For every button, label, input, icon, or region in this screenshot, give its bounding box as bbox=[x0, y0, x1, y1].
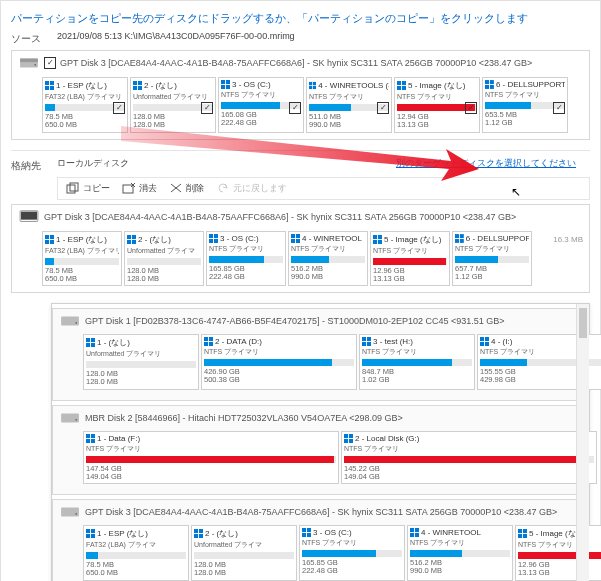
partition-tile[interactable]: 1 - ESP (なし) FAT32 (LBA) プライマリ ✓ 78.5 MB… bbox=[42, 77, 128, 133]
delete-button[interactable]: 削除 bbox=[169, 182, 204, 195]
svg-rect-79 bbox=[61, 413, 79, 422]
svg-rect-5 bbox=[45, 86, 49, 90]
partition-sizes: 516.2 MB990.0 MB bbox=[410, 559, 510, 576]
svg-rect-91 bbox=[86, 529, 90, 533]
clear-button[interactable]: 消去 bbox=[122, 182, 157, 195]
windows-icon bbox=[194, 529, 203, 538]
partition-name: 4 - WINRETOOL bbox=[302, 234, 362, 243]
partition-checkbox[interactable]: ✓ bbox=[377, 102, 389, 114]
partition-tile[interactable]: 3 - OS (C:) NTFS プライマリ ✓ 165.08 GB222.48… bbox=[218, 77, 304, 133]
usage-bar bbox=[86, 552, 186, 559]
source-select-all[interactable]: ✓ bbox=[44, 57, 56, 69]
partition-type: NTFS プライマリ bbox=[209, 244, 283, 254]
disk-entry[interactable]: GPT Disk 3 [DCAE84A4-4AAC-4A1B-B4A8-75AA… bbox=[52, 499, 589, 581]
partition-type: NTFS プライマリ bbox=[410, 538, 510, 548]
partition-tile[interactable]: 1 - ESP (なし) FAT32 (LBA) プライマリ 78.5 MB65… bbox=[42, 231, 122, 287]
disk-entry-title: GPT Disk 3 [DCAE84A4-4AAC-4A1B-B4A8-75AA… bbox=[85, 507, 557, 517]
partition-sizes: 128.0 MB128.0 MB bbox=[127, 267, 201, 284]
disk-list-popup: GPT Disk 1 [FD02B378-13C6-4747-AB66-B5F4… bbox=[51, 303, 590, 581]
usage-bar bbox=[302, 550, 402, 557]
usage-bar bbox=[455, 256, 529, 263]
partition-tile[interactable]: 2 - (なし) Unformatted プライマリ ✓ 128.0 MB128… bbox=[130, 77, 216, 133]
partition-tile[interactable]: 3 - test (H:) NTFS プライマリ 848.7 MB1.02 GB bbox=[359, 334, 475, 390]
svg-rect-50 bbox=[296, 234, 300, 238]
svg-rect-60 bbox=[460, 238, 464, 242]
disk-icon bbox=[59, 504, 81, 520]
partition-checkbox[interactable]: ✓ bbox=[553, 102, 565, 114]
usage-bar bbox=[209, 256, 283, 263]
partition-tile[interactable]: 2 - Local Disk (G:) NTFS プライマリ 145.22 GB… bbox=[341, 431, 597, 485]
svg-rect-107 bbox=[518, 529, 522, 533]
svg-rect-26 bbox=[490, 85, 494, 89]
svg-rect-11 bbox=[221, 80, 225, 84]
partition-name: 1 - ESP (なし) bbox=[56, 234, 107, 245]
partition-tile[interactable]: 5 - Image (なし) NTFS プライマリ 12.96 GB13.13 … bbox=[370, 231, 450, 287]
svg-rect-56 bbox=[378, 239, 382, 243]
partition-tile[interactable]: 2 - (なし) Unformatted プライマ 128.0 MB128.0 … bbox=[191, 525, 297, 581]
source-disk-title: GPT Disk 3 [DCAE84A4-4AAC-4A1B-B4A8-75AA… bbox=[60, 58, 532, 68]
svg-rect-13 bbox=[221, 85, 225, 89]
partition-type: NTFS プライマリ bbox=[309, 92, 389, 102]
select-different-target-link[interactable]: 別のターゲットディスクを選択してください bbox=[396, 158, 576, 168]
source-label: ソース bbox=[11, 30, 57, 46]
svg-rect-86 bbox=[349, 434, 353, 438]
disk-entry[interactable]: GPT Disk 1 [FD02B378-13C6-4747-AB66-B5F4… bbox=[52, 308, 589, 401]
svg-rect-109 bbox=[518, 534, 522, 538]
svg-rect-71 bbox=[362, 337, 366, 341]
svg-rect-6 bbox=[50, 86, 54, 90]
partition-tile[interactable]: 3 - OS (C:) NTFS プライマリ 165.85 GB222.48 G… bbox=[299, 525, 405, 581]
partition-checkbox[interactable]: ✓ bbox=[113, 102, 125, 114]
svg-rect-66 bbox=[91, 343, 95, 347]
partition-tile[interactable]: 4 - WINRETOOL NTFS プライマリ 516.2 MB990.0 M… bbox=[288, 231, 368, 287]
svg-rect-101 bbox=[302, 533, 306, 537]
partition-tile[interactable]: 1 - ESP (なし) FAT32 (LBA) プライマ 78.5 MB650… bbox=[83, 525, 189, 581]
partition-name: 3 - OS (C:) bbox=[232, 80, 271, 89]
svg-rect-70 bbox=[209, 342, 213, 346]
svg-rect-36 bbox=[21, 211, 37, 219]
svg-rect-39 bbox=[45, 239, 49, 243]
svg-rect-52 bbox=[296, 238, 300, 242]
partition-name: 1 - Data (F:) bbox=[97, 434, 140, 443]
usage-bar bbox=[410, 550, 510, 557]
svg-rect-106 bbox=[415, 533, 419, 537]
scrollbar-thumb[interactable] bbox=[579, 308, 587, 338]
windows-icon bbox=[309, 81, 316, 90]
windows-icon bbox=[209, 234, 218, 243]
svg-rect-14 bbox=[226, 85, 230, 89]
partition-tile[interactable]: 5 - Image (なし) NTFS プライマリ ✓ 12.94 GB13.1… bbox=[394, 77, 480, 133]
svg-rect-84 bbox=[91, 438, 95, 442]
target-type: ローカルディスク bbox=[57, 158, 129, 168]
partition-checkbox[interactable]: ✓ bbox=[465, 102, 477, 114]
svg-rect-65 bbox=[86, 343, 90, 347]
partition-tile[interactable]: 4 - WINRETOOLS (なし) NTFS プライマリ ✓ 511.0 M… bbox=[306, 77, 392, 133]
copy-button[interactable]: コピー bbox=[66, 182, 110, 195]
partition-tile[interactable]: 6 - DELLSUPPORT NTFS プライマリ ✓ 653.5 MB1.1… bbox=[482, 77, 568, 133]
partition-tile[interactable]: 1 - (なし) Unformatted プライマリ 128.0 MB128.0… bbox=[83, 334, 199, 390]
partition-checkbox[interactable]: ✓ bbox=[289, 102, 301, 114]
disk-entry[interactable]: MBR Disk 2 [58446966] - Hitachi HDT72503… bbox=[52, 405, 589, 496]
windows-icon bbox=[45, 235, 54, 244]
partition-type: NTFS プライマリ bbox=[485, 90, 565, 100]
partition-name: 2 - Local Disk (G:) bbox=[355, 434, 419, 443]
partition-tile[interactable]: 2 - (なし) Unformatted プライマ 128.0 MB128.0 … bbox=[124, 231, 204, 287]
partition-tile[interactable]: 1 - Data (F:) NTFS プライマリ 147.54 GB149.04… bbox=[83, 431, 339, 485]
usage-bar bbox=[194, 552, 294, 559]
svg-rect-20 bbox=[402, 81, 406, 85]
partition-type: NTFS プライマリ bbox=[344, 444, 594, 454]
svg-rect-51 bbox=[291, 238, 295, 242]
popup-scrollbar[interactable] bbox=[576, 304, 589, 581]
svg-rect-110 bbox=[523, 534, 527, 538]
svg-rect-41 bbox=[127, 235, 131, 239]
partition-sizes: 426.90 GB500.38 GB bbox=[204, 368, 354, 385]
partition-tile[interactable]: 4 - WINRETOOL NTFS プライマリ 516.2 MB990.0 M… bbox=[407, 525, 513, 581]
partition-name: 2 - (なし) bbox=[144, 80, 177, 91]
partition-sizes: 516.2 MB990.0 MB bbox=[291, 265, 365, 282]
partition-checkbox[interactable]: ✓ bbox=[201, 102, 213, 114]
partition-sizes: 12.94 GB13.13 GB bbox=[397, 113, 477, 130]
svg-rect-82 bbox=[91, 434, 95, 438]
svg-rect-63 bbox=[86, 338, 90, 342]
svg-rect-49 bbox=[291, 234, 295, 238]
partition-tile[interactable]: 6 - DELLSUPPOF NTFS プライマリ 657.7 MB1.12 G… bbox=[452, 231, 532, 287]
partition-tile[interactable]: 2 - DATA (D:) NTFS プライマリ 426.90 GB500.38… bbox=[201, 334, 357, 390]
partition-tile[interactable]: 3 - OS (C:) NTFS プライマリ 165.85 GB222.48 G… bbox=[206, 231, 286, 287]
